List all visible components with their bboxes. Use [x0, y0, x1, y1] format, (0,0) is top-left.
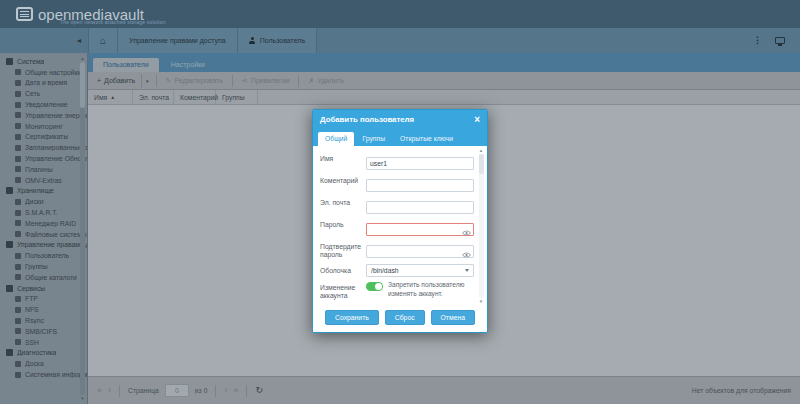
- sidebar-item-shared-folders[interactable]: Общие каталоги: [0, 272, 87, 283]
- sidebar-section-diagnostics[interactable]: Диагностика: [0, 348, 87, 359]
- confirm-password-input[interactable]: [366, 245, 474, 258]
- sidebar-item-file-systems[interactable]: Файловые системы: [0, 229, 87, 240]
- schedule-icon: [15, 145, 21, 151]
- save-button[interactable]: Сохранить: [325, 310, 379, 325]
- menu-dots-icon[interactable]: ⋮: [753, 36, 762, 45]
- sidebar-item-network[interactable]: Сеть: [0, 88, 87, 99]
- password-label: Пароль: [320, 218, 366, 236]
- sidebar-scrollbar[interactable]: ▲ ▼: [79, 56, 86, 401]
- sidebar-item-ftp[interactable]: FTP: [0, 294, 87, 305]
- delete-button[interactable]: ✗ Удалить: [302, 74, 350, 88]
- column-header-groups[interactable]: Группы: [216, 90, 258, 104]
- shell-select[interactable]: /bin/dash: [366, 264, 474, 277]
- column-header-name[interactable]: Имя ▲: [88, 90, 133, 104]
- sidebar-item-monitoring[interactable]: Мониторинг: [0, 121, 87, 132]
- dialog-header[interactable]: Добавить пользователя ×: [313, 110, 487, 129]
- scroll-up-icon[interactable]: ▲: [80, 56, 84, 61]
- sidebar-item-ssh[interactable]: SSH: [0, 337, 87, 348]
- disallow-modify-toggle[interactable]: [366, 282, 383, 291]
- sidebar-section-services[interactable]: Сервисы: [0, 283, 87, 294]
- pencil-icon: ✎: [166, 77, 172, 84]
- scroll-down-icon[interactable]: ▼: [80, 396, 84, 401]
- sidebar-item-date-time[interactable]: Дата и время: [0, 78, 87, 89]
- sidebar-item-disks[interactable]: Диски: [0, 196, 87, 207]
- scroll-up-icon[interactable]: ▲: [479, 148, 483, 153]
- column-header-email[interactable]: Эл. почта: [133, 90, 174, 104]
- delete-icon: ✗: [308, 77, 314, 84]
- cancel-button[interactable]: Отмена: [431, 310, 475, 325]
- sidebar-item-scheduled-jobs[interactable]: Запланированные за: [0, 142, 87, 153]
- show-password-icon[interactable]: [462, 244, 471, 262]
- name-label: Имя: [320, 152, 366, 170]
- share-icon: ⋖: [242, 77, 248, 84]
- sidebar-item-update-management[interactable]: Управление Обновле: [0, 153, 87, 164]
- dialog-tab-general[interactable]: Общий: [318, 132, 354, 146]
- scrollbar-thumb[interactable]: [479, 154, 484, 174]
- sidebar-item-nfs[interactable]: NFS: [0, 304, 87, 315]
- chevron-down-icon: [465, 269, 469, 272]
- sidebar-item-raid-management[interactable]: Менеджер RAID: [0, 218, 87, 229]
- app-tagline: The open network attached storage soluti…: [60, 19, 166, 25]
- services-icon: [6, 285, 13, 292]
- password-input[interactable]: [366, 223, 474, 236]
- comment-input[interactable]: [366, 179, 474, 192]
- dialog-tab-groups[interactable]: Группы: [355, 132, 392, 146]
- edit-button[interactable]: ✎ Редактировать: [160, 74, 229, 88]
- sidebar-item-certificates[interactable]: Сертификаты: [0, 132, 87, 143]
- toggle-help-text: Запретить пользователю изменять аккаунт.: [388, 281, 474, 301]
- next-page-button[interactable]: ›: [224, 386, 227, 395]
- sidebar-item-dashboard[interactable]: Доска: [0, 358, 87, 369]
- last-page-button[interactable]: »: [233, 386, 238, 395]
- show-password-icon[interactable]: [462, 222, 471, 240]
- prev-page-button[interactable]: ‹: [108, 386, 111, 395]
- refresh-icon[interactable]: ↻: [255, 386, 263, 395]
- sidebar-item-rsync[interactable]: Rsync: [0, 315, 87, 326]
- page-number-input[interactable]: [165, 384, 189, 397]
- sidebar-item-groups[interactable]: Группы: [0, 261, 87, 272]
- sidebar-section-system[interactable]: Система: [0, 56, 87, 67]
- sidebar-section-access-rights[interactable]: Управление правами до: [0, 240, 87, 251]
- dialog-scrollbar[interactable]: ▲ ▼: [477, 148, 485, 304]
- sidebar-item-user[interactable]: Пользователь: [0, 250, 87, 261]
- sidebar-item-system-information[interactable]: Системная информац: [0, 369, 87, 380]
- empty-grid-message: Нет объектов для отображения: [692, 387, 791, 394]
- name-input[interactable]: [366, 157, 474, 170]
- add-button[interactable]: + Добавить: [91, 74, 141, 88]
- close-icon[interactable]: ×: [474, 115, 480, 125]
- add-dropdown-button[interactable]: ▾: [141, 74, 153, 88]
- toggle-knob: [375, 283, 382, 290]
- diagnostics-icon: [6, 349, 13, 356]
- sidebar-item-power-management[interactable]: Управление энергопс: [0, 110, 87, 121]
- omv-extras-icon: [15, 177, 21, 183]
- tab-settings[interactable]: Настройки: [161, 58, 215, 72]
- sidebar-item-plugins[interactable]: Плагины: [0, 164, 87, 175]
- account-modify-label: Изменение аккаунта: [320, 281, 366, 301]
- sidebar-item-notification[interactable]: Уведомление: [0, 99, 87, 110]
- plugin-icon: [15, 166, 21, 172]
- system-icon: [6, 58, 13, 65]
- topbar-actions: ⋮: [753, 28, 800, 53]
- privileges-button[interactable]: ⋖ Привилегии: [236, 74, 296, 88]
- sidebar-section-storage[interactable]: Хранилище: [0, 186, 87, 197]
- sidebar-item-omv-extras[interactable]: OMV-Extras: [0, 175, 87, 186]
- dialog-tab-public-keys[interactable]: Открытые ключи: [393, 132, 460, 146]
- sidebar-item-smb-cifs[interactable]: SMB/CIFS: [0, 326, 87, 337]
- sidebar-item-smart[interactable]: S.M.A.R.T.: [0, 207, 87, 218]
- breadcrumb-access-rights[interactable]: Управление правами доступа: [118, 28, 238, 53]
- breadcrumb-user[interactable]: Пользователь: [238, 28, 317, 53]
- scrollbar-thumb[interactable]: [80, 62, 85, 108]
- display-icon[interactable]: [775, 37, 785, 44]
- dashboard-icon: [15, 361, 21, 367]
- first-page-button[interactable]: «: [97, 386, 102, 395]
- tab-users[interactable]: Пользователи: [93, 58, 159, 72]
- collapse-sidebar-icon[interactable]: ◂: [77, 37, 81, 45]
- sidebar-item-general-settings[interactable]: Общие настройки: [0, 67, 87, 78]
- access-rights-icon: [6, 241, 13, 248]
- email-input[interactable]: [366, 201, 474, 214]
- scroll-down-icon[interactable]: ▼: [479, 299, 483, 304]
- home-button[interactable]: ⌂: [88, 28, 118, 53]
- column-header-comment[interactable]: Коментарий: [174, 90, 216, 104]
- reset-button[interactable]: Сброс: [385, 310, 425, 325]
- page-label: Страница: [128, 387, 159, 394]
- sort-asc-icon: ▲: [110, 94, 115, 100]
